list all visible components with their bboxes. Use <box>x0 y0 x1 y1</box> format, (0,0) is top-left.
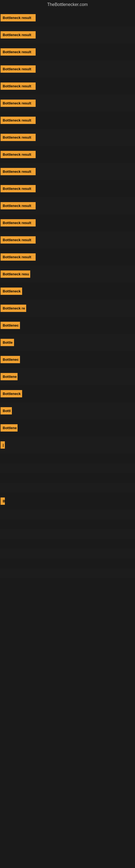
list-item: Bottleneck result <box>0 163 135 180</box>
list-item: Bottleneck <box>0 385 135 402</box>
bottleneck-result-badge[interactable]: Bottleneck result <box>1 185 36 192</box>
list-item <box>0 539 135 549</box>
list-item: Bottleneck re <box>0 300 135 317</box>
bottleneck-result-badge[interactable]: Bottleneck result <box>1 31 36 38</box>
list-item: Bottlene <box>0 420 135 436</box>
list-item <box>0 529 135 539</box>
list-item <box>0 510 135 520</box>
list-item: Bottleneck result <box>0 78 135 95</box>
list-item: Bottlene <box>0 368 135 385</box>
list-item: Bottleneck result <box>0 231 135 248</box>
site-title: TheBottlenecker.com <box>0 0 135 9</box>
list-item: Bottleneck resu <box>0 266 135 283</box>
list-item: B <box>0 493 135 510</box>
list-item: Bottleneck result <box>0 129 135 146</box>
bottleneck-result-badge[interactable]: Bottleneck result <box>1 117 36 124</box>
list-item: Bottleneck result <box>0 197 135 214</box>
list-item: Bottleneck result <box>0 26 135 43</box>
bottleneck-result-badge[interactable]: Bottlenec <box>1 356 20 363</box>
list-item: Bottleneck result <box>0 43 135 61</box>
list-item: | <box>0 436 135 454</box>
bottleneck-result-badge[interactable]: Bottleneck <box>1 390 22 397</box>
list-item <box>0 520 135 529</box>
bottleneck-result-badge[interactable]: Bottleneck result <box>1 14 36 22</box>
bottleneck-result-badge[interactable]: Bottlene <box>1 424 17 432</box>
list-item: Bottleneck result <box>0 112 135 129</box>
list-item: Bottleneck result <box>0 248 135 266</box>
bottleneck-result-badge[interactable]: Bottleneck result <box>1 65 36 73</box>
bottleneck-result-badge[interactable]: Bottleneck result <box>1 253 36 261</box>
bottleneck-result-badge[interactable]: Bottleneck result <box>1 202 36 209</box>
bottleneck-result-badge[interactable]: Bottleneck <box>1 287 22 295</box>
bottleneck-result-badge[interactable]: Bottlenec <box>1 322 20 329</box>
bottleneck-result-badge[interactable]: Bottleneck result <box>1 134 36 141</box>
bottleneck-result-badge[interactable]: Bottleneck resu <box>1 271 30 278</box>
list-item: Bottleneck result <box>0 9 135 26</box>
list-item: Bottle <box>0 334 135 351</box>
list-item: Bottleneck result <box>0 146 135 163</box>
list-item: Bottlenec <box>0 351 135 368</box>
list-item: Bottleneck <box>0 283 135 300</box>
list-item <box>0 454 135 463</box>
list-item: Bottleneck result <box>0 61 135 78</box>
bottleneck-result-badge[interactable]: Bottle <box>1 339 14 346</box>
list-item <box>0 463 135 473</box>
list-item: Bottleneck result <box>0 95 135 112</box>
list-item: Bottleneck result <box>0 214 135 231</box>
bottleneck-result-badge[interactable]: Bottleneck re <box>1 305 26 312</box>
list-item <box>0 483 135 493</box>
list-item <box>0 558 135 568</box>
bottleneck-result-badge[interactable]: | <box>1 441 5 448</box>
bottleneck-result-badge[interactable]: Bottleneck result <box>1 219 36 226</box>
list-item: Bottlenec <box>0 317 135 334</box>
bottleneck-result-badge[interactable]: Bottleneck result <box>1 236 36 244</box>
list-item <box>0 473 135 483</box>
bottleneck-result-badge[interactable]: B <box>1 497 5 505</box>
list-item <box>0 568 135 578</box>
bottleneck-result-badge[interactable]: Bottleneck result <box>1 48 36 56</box>
bottleneck-result-badge[interactable]: Bottleneck result <box>1 99 36 107</box>
bottleneck-result-badge[interactable]: Bottlene <box>1 373 17 380</box>
site-title-text: TheBottlenecker.com <box>47 2 88 7</box>
bottleneck-result-badge[interactable]: Bottl <box>1 407 12 414</box>
list-item <box>0 549 135 558</box>
list-item: Bottl <box>0 402 135 420</box>
bottleneck-result-badge[interactable]: Bottleneck result <box>1 83 36 90</box>
list-item: Bottleneck result <box>0 180 135 197</box>
bottleneck-result-badge[interactable]: Bottleneck result <box>1 151 36 158</box>
bottleneck-result-badge[interactable]: Bottleneck result <box>1 168 36 175</box>
